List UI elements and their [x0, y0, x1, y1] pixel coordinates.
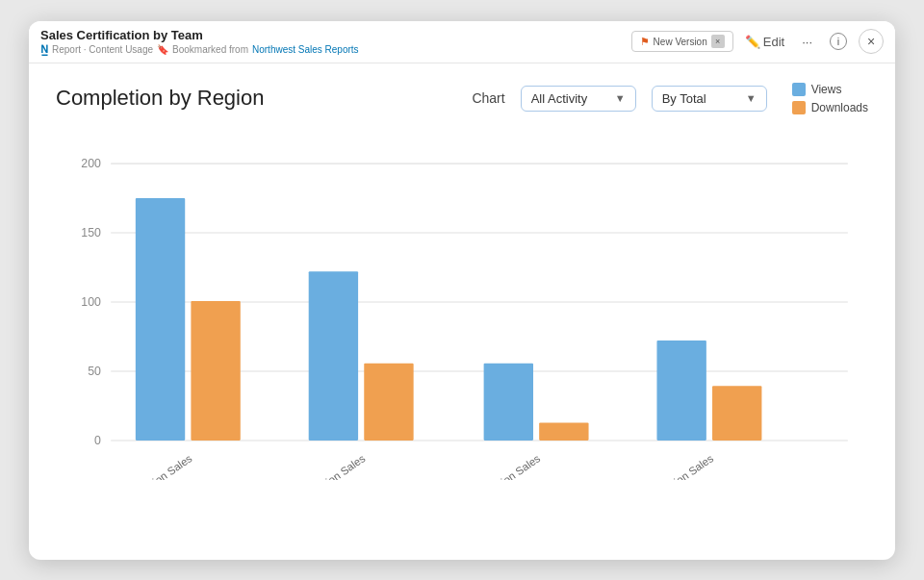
close-icon: ×	[867, 34, 875, 49]
legend-item-views: Views	[792, 83, 868, 96]
bookmark-source-link[interactable]: Northwest Sales Reports	[252, 44, 359, 55]
chart-title: Completion by Region	[56, 86, 456, 111]
flag-icon: ⚑	[640, 36, 650, 48]
subtitle-row: N̲ Report · Content Usage 🔖 Bookmarked f…	[40, 43, 631, 56]
legend-item-downloads: Downloads	[792, 101, 868, 114]
info-button[interactable]: i	[824, 29, 853, 54]
window-subtitle: Report · Content Usage	[52, 44, 153, 55]
title-row: Sales Certification by Team	[40, 28, 631, 42]
edit-button[interactable]: ✏️ Edit	[739, 31, 790, 53]
more-button[interactable]: ···	[796, 31, 818, 53]
svg-text:EMEA Region Sales: EMEA Region Sales	[629, 452, 716, 480]
titlebar: Sales Certification by Team N̲ Report · …	[29, 21, 895, 63]
downloads-swatch	[792, 101, 806, 114]
chart-legend: Views Downloads	[792, 83, 868, 114]
activity-dropdown-value: All Activity	[531, 91, 588, 106]
titlebar-actions: ⚑ New Version × ✏️ Edit ··· i ×	[631, 29, 884, 54]
bookmark-icon: 🔖	[157, 44, 168, 55]
new-version-label: New Version	[654, 37, 707, 47]
bar-eastern-downloads	[364, 363, 413, 440]
bar-chart-container: 200 150 100 50 0	[56, 124, 868, 480]
dismiss-new-version-button[interactable]: ×	[711, 35, 725, 48]
bar-emea-views	[656, 340, 706, 441]
content-area: Completion by Region Chart All Activity …	[29, 63, 895, 560]
views-swatch	[792, 83, 806, 96]
chart-header: Completion by Region Chart All Activity …	[56, 83, 868, 114]
info-icon: i	[830, 33, 847, 50]
bar-western-downloads	[191, 300, 240, 440]
bar-chart-svg: 200 150 100 50 0	[56, 124, 868, 480]
app-logo: N̲	[40, 43, 48, 56]
downloads-label: Downloads	[811, 101, 868, 114]
svg-text:200: 200	[81, 157, 101, 170]
svg-text:100: 100	[81, 295, 101, 309]
total-dropdown[interactable]: By Total ▼	[652, 86, 767, 112]
titlebar-left: Sales Certification by Team N̲ Report · …	[40, 28, 631, 56]
bar-western-views	[136, 198, 185, 441]
total-dropdown-value: By Total	[662, 91, 706, 106]
new-version-button[interactable]: ⚑ New Version ×	[631, 31, 733, 52]
svg-text:0: 0	[94, 434, 101, 447]
main-window: Sales Certification by Team N̲ Report · …	[29, 21, 895, 560]
activity-dropdown[interactable]: All Activity ▼	[521, 86, 636, 112]
total-chevron-icon: ▼	[746, 92, 757, 104]
bar-central-views	[484, 363, 533, 440]
bookmark-label: Bookmarked from	[172, 44, 248, 55]
bar-central-downloads	[539, 422, 588, 441]
svg-text:Eastern Region Sales: Eastern Region Sales	[274, 452, 368, 480]
svg-text:Central Region Sales: Central Region Sales	[451, 452, 543, 480]
window-title: Sales Certification by Team	[40, 28, 203, 42]
close-button[interactable]: ×	[859, 29, 884, 54]
more-label: ···	[802, 35, 812, 49]
views-label: Views	[811, 83, 842, 96]
svg-text:150: 150	[81, 226, 101, 240]
bar-eastern-views	[309, 271, 358, 441]
activity-chevron-icon: ▼	[615, 92, 626, 104]
edit-label: Edit	[763, 35, 784, 49]
svg-text:50: 50	[88, 365, 101, 378]
bar-emea-downloads	[712, 386, 761, 441]
chart-label: Chart	[472, 90, 504, 106]
svg-text:Western Region Sales: Western Region Sales	[99, 452, 194, 480]
edit-icon: ✏️	[745, 35, 760, 49]
